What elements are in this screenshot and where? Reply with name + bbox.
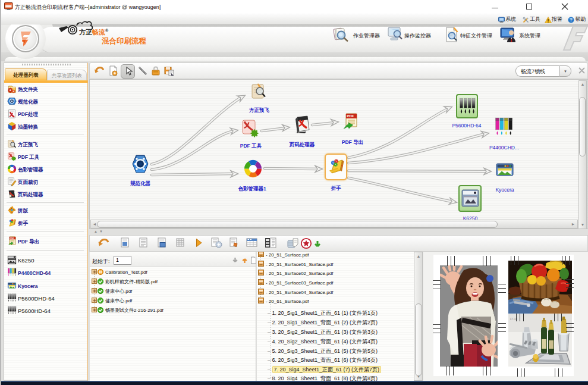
svg-text:?: ? (570, 17, 573, 23)
svg-text:PDF: PDF (347, 114, 354, 118)
svg-text:PDF: PDF (10, 237, 14, 239)
